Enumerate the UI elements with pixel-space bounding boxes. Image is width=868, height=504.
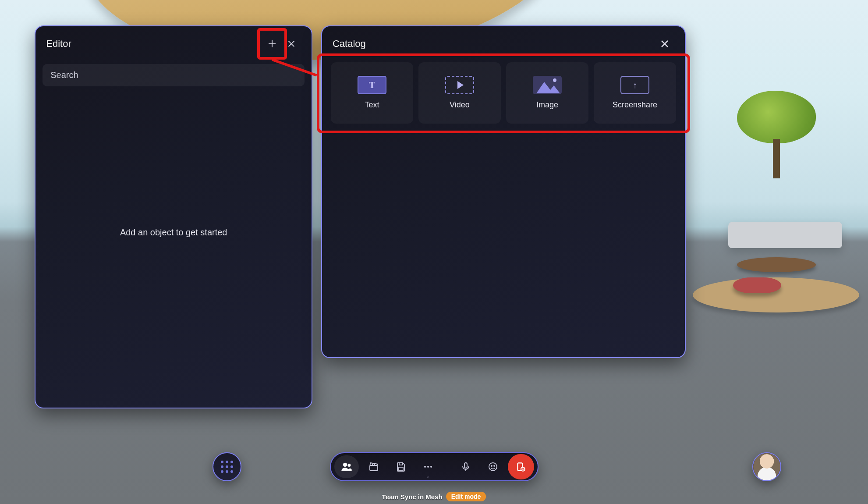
svg-point-15 xyxy=(424,466,426,468)
svg-marker-6 xyxy=(536,82,560,93)
save-icon xyxy=(396,461,406,472)
catalog-item-label: Screenshare xyxy=(613,100,657,110)
catalog-item-video[interactable]: Video xyxy=(418,62,501,124)
avatar-image xyxy=(753,453,780,480)
video-icon xyxy=(445,76,474,94)
clapper-icon xyxy=(368,461,379,472)
session-name: Team Sync in Mesh xyxy=(382,493,443,500)
avatars-tool-button[interactable] xyxy=(334,455,359,478)
catalog-header: Catalog xyxy=(322,26,685,58)
editor-title: Editor xyxy=(46,38,262,50)
smile-icon xyxy=(488,461,498,472)
reactions-tool-button[interactable] xyxy=(481,455,505,478)
plus-icon xyxy=(267,39,277,49)
mic-tool-button[interactable] xyxy=(453,455,478,478)
catalog-item-image[interactable]: Image xyxy=(506,62,588,124)
svg-point-9 xyxy=(347,464,351,467)
svg-rect-13 xyxy=(399,463,403,465)
svg-point-16 xyxy=(427,466,429,468)
image-icon xyxy=(533,76,562,94)
leave-tool-button[interactable] xyxy=(508,454,534,479)
more-icon xyxy=(423,461,433,472)
close-catalog-button[interactable] xyxy=(655,34,674,53)
svg-point-22 xyxy=(494,465,495,466)
editor-header: Editor xyxy=(35,26,312,58)
toolbar xyxy=(330,452,539,481)
editor-empty-message: Add an object to get started xyxy=(35,92,312,408)
text-icon: T xyxy=(358,76,386,94)
catalog-grid: T Text Video Image Screenshare xyxy=(322,58,685,128)
svg-point-7 xyxy=(553,78,556,82)
add-button[interactable] xyxy=(262,34,282,53)
svg-point-20 xyxy=(489,463,497,471)
search-input[interactable]: Search xyxy=(43,64,305,86)
mic-icon xyxy=(461,461,471,472)
people-icon xyxy=(340,461,353,473)
svg-point-21 xyxy=(491,465,492,466)
catalog-item-text[interactable]: T Text xyxy=(331,62,413,124)
editor-panel: Editor Search Add an object to get start… xyxy=(35,25,312,408)
catalog-item-label: Text xyxy=(365,100,379,110)
svg-rect-14 xyxy=(399,467,403,471)
effects-tool-button[interactable] xyxy=(361,455,386,478)
catalog-title: Catalog xyxy=(333,38,655,50)
status-bar: Team Sync in Mesh Edit mode xyxy=(382,492,486,501)
svg-rect-10 xyxy=(370,465,378,471)
avatar-button[interactable] xyxy=(752,452,781,481)
svg-point-8 xyxy=(343,463,347,467)
screenshare-icon xyxy=(620,76,649,94)
apps-grid-icon xyxy=(221,461,233,473)
close-editor-button[interactable] xyxy=(282,34,301,53)
leave-icon xyxy=(515,461,527,472)
more-tool-button[interactable] xyxy=(416,455,440,478)
svg-rect-18 xyxy=(464,463,467,468)
catalog-item-screenshare[interactable]: Screenshare xyxy=(594,62,676,124)
svg-point-17 xyxy=(430,466,432,468)
mode-pill: Edit mode xyxy=(446,492,486,501)
catalog-item-label: Image xyxy=(536,100,558,110)
close-icon xyxy=(287,39,296,49)
catalog-item-label: Video xyxy=(450,100,470,110)
catalog-panel: Catalog T Text Video Image Screenshare xyxy=(321,25,686,358)
save-tool-button[interactable] xyxy=(389,455,413,478)
close-icon xyxy=(659,39,670,49)
